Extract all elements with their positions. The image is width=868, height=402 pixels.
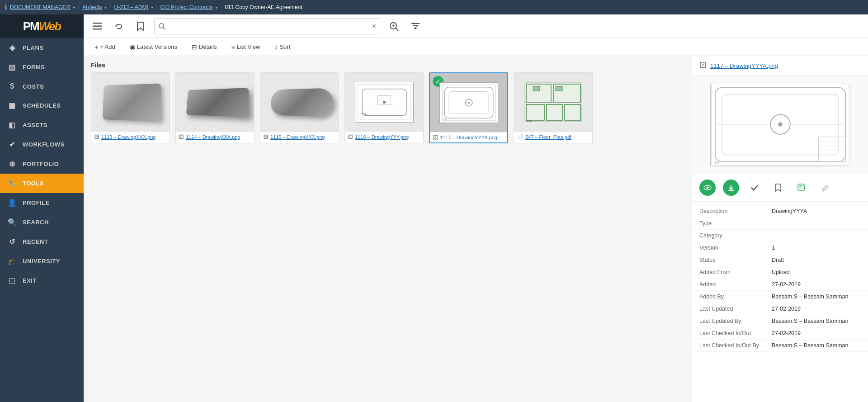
file-card-1114[interactable]: 🖼 1114 – DrawingXXX.png xyxy=(175,72,255,143)
menu-icon[interactable] xyxy=(89,18,105,34)
sidebar-item-search[interactable]: 🔍 SEARCH xyxy=(0,213,84,232)
thumb-drawing-1116: TSR– xyxy=(355,82,414,123)
download-icon xyxy=(727,184,735,192)
breadcrumb-011-current: 011 Copy Owner-AE Agreement xyxy=(225,4,302,10)
field-label-description: Description xyxy=(699,208,772,214)
sidebar-item-tools[interactable]: 🔧 TOOLs xyxy=(0,174,84,193)
filter-icon[interactable] xyxy=(407,18,424,34)
sidebar-item-profile[interactable]: 👤 PROFILE xyxy=(0,193,84,213)
bookmark-toolbar-icon[interactable] xyxy=(132,18,149,34)
drawing-svg-1116: TSR– xyxy=(355,82,413,122)
breadcrumb: DOCUMENT MANAGER ▾ › Projects ▾ › U-213 … xyxy=(10,4,302,10)
file-card-547[interactable]: BLUE 📄 547 – Floor_Plan.pdf xyxy=(514,72,593,143)
university-icon: 🎓 xyxy=(7,257,17,265)
file-name-1117[interactable]: 1117 – DrawingYYYA.png xyxy=(440,135,497,140)
view-action-button[interactable] xyxy=(699,180,716,196)
bookmark-action-button[interactable] xyxy=(770,180,786,196)
file-name-1115[interactable]: 1115 – DrawingXXX.png xyxy=(270,134,325,140)
field-label-last-updated: Last Updated xyxy=(699,306,772,312)
breadcrumb-projects-arrow[interactable]: ▾ xyxy=(104,5,107,10)
sidebar-item-recent[interactable]: ↺ RECENT xyxy=(0,232,84,251)
card-info-1116: 🖼 1116 – DrawingYYY.png xyxy=(345,132,423,142)
edit-action-button[interactable] xyxy=(793,180,810,196)
breadcrumb-projects[interactable]: Projects xyxy=(82,4,102,10)
plans-icon: ◈ xyxy=(7,43,17,52)
svg-rect-2 xyxy=(93,28,102,30)
file-name-1116[interactable]: 1116 – DrawingYYY.png xyxy=(355,134,409,140)
top-nav: ℹ DOCUMENT MANAGER ▾ › Projects ▾ › U-21… xyxy=(0,0,868,14)
file-name-1113[interactable]: 1113 – DrawingXXX.png xyxy=(101,134,156,140)
svg-point-15 xyxy=(415,27,416,29)
field-last-updated-by: Last Updated By Bassam.S – Bassam Samman xyxy=(692,315,868,327)
field-value-last-checked: 27-02-2019 xyxy=(772,330,861,336)
svg-marker-3 xyxy=(115,24,117,27)
exit-icon: ⬚ xyxy=(7,276,17,285)
preview-svg: 333 xyxy=(711,83,850,166)
details-button[interactable]: ⊟ Details xyxy=(188,42,221,52)
check-action-button[interactable] xyxy=(746,180,763,196)
sidebar: PMWeb ◈ PLANS ▤ FORMS $ COSTS ▦ SCHEDULE… xyxy=(0,14,84,402)
sidebar-item-plans[interactable]: ◈ PLANS xyxy=(0,38,84,57)
breadcrumb-u213-arrow[interactable]: ▾ xyxy=(151,5,153,10)
field-value-status: Draft xyxy=(772,257,861,263)
info-icon[interactable]: ℹ xyxy=(5,3,7,11)
sidebar-item-assets[interactable]: ◧ ASSETS xyxy=(0,115,84,135)
field-last-checked: Last Checked In/Out 27-02-2019 xyxy=(692,327,868,340)
pencil-action-button[interactable] xyxy=(817,180,833,196)
card-info-1114: 🖼 1114 – DrawingXXX.png xyxy=(176,132,254,142)
file-card-1113[interactable]: 🖼 1113 – DrawingXXX.png xyxy=(91,72,170,143)
clear-search-icon[interactable]: × xyxy=(372,22,376,30)
sort-button[interactable]: ↕ Sort xyxy=(271,42,294,52)
card-info-1115: 🖼 1115 – DrawingXXX.png xyxy=(260,132,339,142)
detail-file-link[interactable]: 1117 – DrawingYYYA.png xyxy=(710,62,778,69)
svg-text:333: 333 xyxy=(714,161,719,164)
thumb-shape-1114 xyxy=(186,88,249,117)
breadcrumb-sep-1: › xyxy=(78,4,80,10)
field-description: Description DrawingYYYA xyxy=(692,205,868,218)
file-card-1117[interactable]: ✓ 333 xyxy=(429,72,508,143)
add-button[interactable]: + + Add xyxy=(91,42,119,52)
svg-point-52 xyxy=(707,187,709,189)
field-label-last-updated-by: Last Updated By xyxy=(699,318,772,324)
download-action-button[interactable] xyxy=(723,180,739,196)
thumb-shape-1113 xyxy=(102,84,161,122)
details-label: Details xyxy=(199,43,217,50)
breadcrumb-010-contracts[interactable]: 010 Project Contracts xyxy=(160,4,212,10)
undo-icon[interactable] xyxy=(111,18,127,34)
preview-image: 333 xyxy=(710,83,850,166)
zoom-search-icon[interactable] xyxy=(386,18,402,34)
breadcrumb-010-arrow[interactable]: ▾ xyxy=(215,5,217,10)
field-label-type: Type xyxy=(699,220,772,227)
breadcrumb-doc-manager-arrow[interactable]: ▾ xyxy=(73,5,75,10)
sidebar-item-university[interactable]: 🎓 UNIVERSITY xyxy=(0,251,84,271)
file-name-1114[interactable]: 1114 – DrawingXXX.png xyxy=(186,134,240,140)
sidebar-item-portfolio[interactable]: ⊕ PORTFOLIO xyxy=(0,154,84,174)
breadcrumb-sep-2: › xyxy=(109,4,111,10)
sidebar-item-schedules[interactable]: ▦ SCHEDULES xyxy=(0,96,84,115)
sidebar-item-search-label: SEARCH xyxy=(23,219,49,226)
sidebar-item-exit[interactable]: ⬚ EXIT xyxy=(0,271,84,290)
sidebar-item-forms[interactable]: ▤ FORMS xyxy=(0,57,84,77)
file-pdf-icon-547: 📄 xyxy=(517,134,524,140)
field-last-checked-by: Last Checked In/Out By Bassam.S – Bassam… xyxy=(692,340,868,352)
sidebar-item-plans-label: PLANS xyxy=(23,44,44,51)
svg-text:BLUE: BLUE xyxy=(526,119,532,122)
logo-pm: PM xyxy=(23,19,39,33)
svg-text:333: 333 xyxy=(443,118,447,121)
breadcrumb-u213[interactable]: U-213 – ADMI xyxy=(114,4,148,10)
latest-versions-button[interactable]: ◉ Latest Versions xyxy=(126,42,181,52)
list-view-button[interactable]: ≡ List View xyxy=(227,42,264,52)
field-label-added: Added xyxy=(699,281,772,288)
file-card-1115[interactable]: 🖼 1115 – DrawingXXX.png xyxy=(260,72,339,143)
field-label-last-checked: Last Checked In/Out xyxy=(699,330,772,336)
file-card-1116[interactable]: TSR– 🖼 1116 – DrawingYYY.png xyxy=(344,72,424,143)
schedules-icon: ▦ xyxy=(7,101,17,110)
search-input[interactable] xyxy=(165,23,372,30)
card-thumb-1117: ✓ 333 xyxy=(430,73,507,132)
details-icon: ⊟ xyxy=(192,43,197,51)
sidebar-item-workflows[interactable]: ✔ WORKFLOWS xyxy=(0,135,84,154)
file-name-547[interactable]: 547 – Floor_Plan.pdf xyxy=(525,134,571,140)
logo-area: PMWeb xyxy=(0,14,84,38)
sidebar-item-costs[interactable]: $ COSTS xyxy=(0,77,84,96)
breadcrumb-document-manager[interactable]: DOCUMENT MANAGER xyxy=(10,4,70,10)
